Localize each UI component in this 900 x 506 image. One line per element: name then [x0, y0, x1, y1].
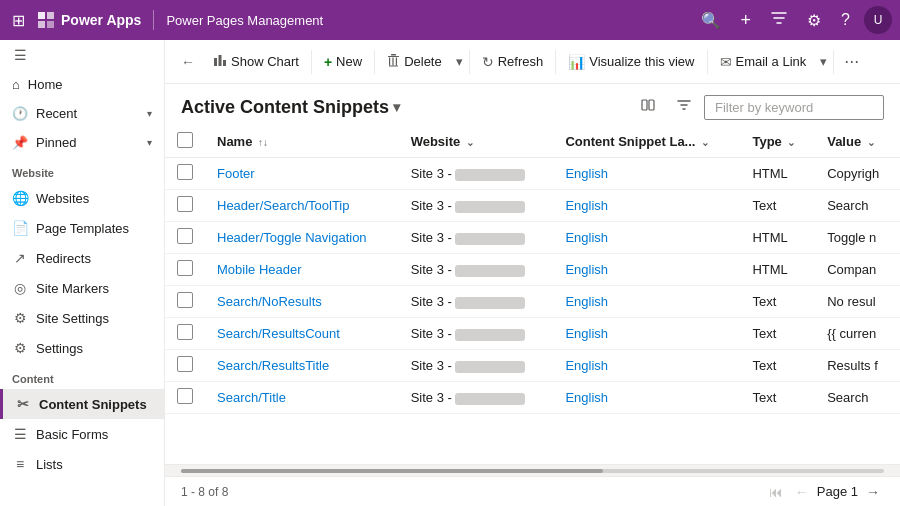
refresh-button[interactable]: ↻ Refresh	[472, 49, 554, 75]
new-button[interactable]: + New	[314, 49, 372, 75]
sidebar-item-basic-forms[interactable]: ☰ Basic Forms	[0, 419, 164, 449]
grid-title-dropdown-icon[interactable]: ▾	[393, 99, 400, 115]
back-button[interactable]: ←	[173, 48, 203, 76]
website-blurred-1	[455, 201, 525, 213]
help-icon[interactable]: ?	[835, 5, 856, 35]
row-checkbox-2[interactable]	[177, 228, 193, 244]
cmd-divider-5	[707, 50, 708, 74]
app-logo: Power Apps	[37, 11, 141, 29]
cell-value-7: Search	[815, 382, 900, 414]
footer-navigation: ⏮ ← Page 1 →	[765, 482, 884, 502]
website-blurred-6	[455, 361, 525, 373]
more-button[interactable]: ···	[836, 46, 867, 77]
select-all-col	[165, 126, 205, 158]
new-label: New	[336, 54, 362, 69]
row-checkbox-3[interactable]	[177, 260, 193, 276]
cell-name-2[interactable]: Header/Toggle Navigation	[205, 222, 399, 254]
show-chart-label: Show Chart	[231, 54, 299, 69]
menu-icon: ☰	[12, 47, 28, 63]
cell-language-0[interactable]: English	[553, 158, 740, 190]
delete-label: Delete	[404, 54, 442, 69]
col-value-sort-icon[interactable]: ⌄	[867, 137, 875, 148]
email-dropdown-button[interactable]: ▾	[816, 49, 831, 74]
column-picker-button[interactable]	[632, 92, 664, 122]
row-checkbox-0[interactable]	[177, 164, 193, 180]
delete-button[interactable]: Delete	[377, 48, 452, 75]
show-chart-button[interactable]: Show Chart	[203, 48, 309, 75]
sidebar-item-home[interactable]: ⌂ Home	[0, 70, 164, 99]
row-checkbox-5[interactable]	[177, 324, 193, 340]
avatar[interactable]: U	[864, 6, 892, 34]
cell-value-4: No resul	[815, 286, 900, 318]
delete-dropdown-button[interactable]: ▾	[452, 49, 467, 74]
cell-website-1: Site 3 -	[399, 190, 554, 222]
sidebar-basic-forms-label: Basic Forms	[36, 427, 108, 442]
cell-name-6[interactable]: Search/ResultsTitle	[205, 350, 399, 382]
table-row: Footer Site 3 - English HTML Copyrigh	[165, 158, 900, 190]
sidebar-item-menu[interactable]: ☰	[0, 40, 164, 70]
row-checkbox-7[interactable]	[177, 388, 193, 404]
sort-asc-icon[interactable]: ↑↓	[258, 137, 268, 148]
sidebar-item-recent[interactable]: 🕐 Recent ▾	[0, 99, 164, 128]
cell-type-0: HTML	[740, 158, 815, 190]
sidebar-settings-label: Settings	[36, 341, 83, 356]
horizontal-scrollbar[interactable]	[165, 464, 900, 476]
keyword-filter-input[interactable]	[704, 95, 884, 120]
filter-button[interactable]	[668, 92, 700, 122]
sidebar-item-redirects[interactable]: ↗ Redirects	[0, 243, 164, 273]
cell-name-7[interactable]: Search/Title	[205, 382, 399, 414]
sidebar-item-page-templates[interactable]: 📄 Page Templates	[0, 213, 164, 243]
cell-name-1[interactable]: Header/Search/ToolTip	[205, 190, 399, 222]
recent-icon: 🕐	[12, 106, 28, 121]
svg-rect-5	[219, 55, 222, 66]
email-link-button[interactable]: ✉ Email a Link	[710, 49, 817, 75]
sidebar-item-content-snippets[interactable]: ✂ Content Snippets	[0, 389, 164, 419]
first-page-button[interactable]: ⏮	[765, 482, 787, 502]
table-row: Header/Toggle Navigation Site 3 - Englis…	[165, 222, 900, 254]
svg-rect-14	[649, 100, 654, 110]
sidebar: ☰ ⌂ Home 🕐 Recent ▾ 📌 Pinned ▾ Website 🌐…	[0, 40, 165, 506]
cell-type-7: Text	[740, 382, 815, 414]
cell-language-6[interactable]: English	[553, 350, 740, 382]
sidebar-item-site-settings[interactable]: ⚙ Site Settings	[0, 303, 164, 333]
grid-title-text: Active Content Snippets	[181, 97, 389, 118]
website-blurred-7	[455, 393, 525, 405]
cell-website-3: Site 3 -	[399, 254, 554, 286]
filter-icon[interactable]	[765, 4, 793, 36]
sidebar-item-pinned[interactable]: 📌 Pinned ▾	[0, 128, 164, 157]
sidebar-item-site-markers[interactable]: ◎ Site Markers	[0, 273, 164, 303]
sidebar-item-lists[interactable]: ≡ Lists	[0, 449, 164, 479]
cell-language-4[interactable]: English	[553, 286, 740, 318]
col-type-sort-icon[interactable]: ⌄	[787, 137, 795, 148]
col-snippet-lang-sort-icon[interactable]: ⌄	[701, 137, 709, 148]
search-icon[interactable]: 🔍	[695, 5, 727, 36]
next-page-button[interactable]: →	[862, 482, 884, 502]
visualize-button[interactable]: 📊 Visualize this view	[558, 49, 704, 75]
cell-name-4[interactable]: Search/NoResults	[205, 286, 399, 318]
cell-language-3[interactable]: English	[553, 254, 740, 286]
cell-language-1[interactable]: English	[553, 190, 740, 222]
cell-language-2[interactable]: English	[553, 222, 740, 254]
row-checkbox-1[interactable]	[177, 196, 193, 212]
record-count: 1 - 8 of 8	[181, 485, 228, 499]
row-checkbox-6[interactable]	[177, 356, 193, 372]
waffle-icon[interactable]: ⊞	[8, 7, 29, 34]
cell-name-5[interactable]: Search/ResultsCount	[205, 318, 399, 350]
add-icon[interactable]: +	[735, 4, 758, 37]
sidebar-item-settings[interactable]: ⚙ Settings	[0, 333, 164, 363]
select-all-checkbox[interactable]	[177, 132, 193, 148]
row-checkbox-4[interactable]	[177, 292, 193, 308]
prev-page-button[interactable]: ←	[791, 482, 813, 502]
cell-name-3[interactable]: Mobile Header	[205, 254, 399, 286]
col-snippet-lang-label: Content Snippet La...	[565, 134, 695, 149]
col-website-sort-icon[interactable]: ⌄	[466, 137, 474, 148]
scrollbar-thumb[interactable]	[181, 469, 603, 473]
cell-language-7[interactable]: English	[553, 382, 740, 414]
chevron-down-icon-2: ▾	[147, 137, 152, 148]
svg-rect-10	[393, 58, 394, 66]
sidebar-home-label: Home	[28, 77, 63, 92]
sidebar-item-websites[interactable]: 🌐 Websites	[0, 183, 164, 213]
cell-language-5[interactable]: English	[553, 318, 740, 350]
settings-icon[interactable]: ⚙	[801, 5, 827, 36]
cell-name-0[interactable]: Footer	[205, 158, 399, 190]
